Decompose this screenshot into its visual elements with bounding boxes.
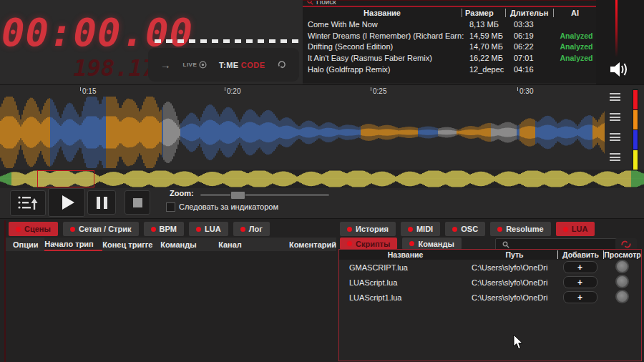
record-dot-icon: [70, 227, 75, 232]
record-dot-icon: [240, 227, 245, 232]
divider: [303, 0, 596, 1]
col-commands[interactable]: Команды: [160, 238, 218, 251]
col-trigger-end[interactable]: Конец тригге: [102, 238, 160, 251]
col-channel[interactable]: Канал: [218, 238, 276, 251]
track-size: 14,70 МБ: [467, 42, 509, 51]
add-script-button[interactable]: +: [563, 261, 597, 273]
table-row[interactable]: It Ain't Easy (Rasmus Faber Remix) 16,22…: [303, 52, 596, 64]
overview-waveform[interactable]: [0, 170, 644, 188]
tab-osc[interactable]: OSC: [445, 222, 485, 236]
view-script-radio[interactable]: [615, 290, 629, 303]
col-options[interactable]: Опции: [6, 238, 44, 251]
tab-bpm[interactable]: BPM: [144, 222, 184, 236]
track-name: It Ain't Easy (Rasmus Faber Remix): [303, 54, 467, 62]
table-row[interactable]: Drifting (Second Edition) 14,70 МБ 06:22…: [303, 41, 596, 53]
arrow-right-icon: →: [160, 59, 171, 71]
tab-resolume[interactable]: Resolume: [490, 222, 551, 236]
record-dot-icon: [409, 241, 414, 246]
track-name: Halo (Goldfrapp Remix): [303, 65, 467, 74]
record-dot-icon: [347, 227, 352, 232]
col-script-add[interactable]: Добавить: [557, 250, 603, 259]
lane-menu-icon[interactable]: [610, 153, 620, 161]
col-header-ai[interactable]: AI: [553, 9, 596, 17]
col-script-view[interactable]: Просмотр: [603, 250, 641, 259]
timeline-tick: 0:15: [80, 87, 96, 95]
cue-list-button[interactable]: [10, 190, 46, 216]
timeline-tick: 0:30: [517, 87, 533, 95]
app-window: 00:00.00 198.17 → LIVE T:MECODE: [0, 0, 644, 362]
playlist-search-bar[interactable]: Поиск: [303, 0, 596, 6]
record-dot-icon: [563, 227, 568, 232]
tab-log[interactable]: Лог: [233, 222, 270, 236]
mode-toolbar: → LIVE T:MECODE: [148, 48, 299, 82]
lane-yellow: [606, 151, 644, 170]
loop-button[interactable]: [277, 60, 287, 69]
lane-menu-icon[interactable]: [610, 133, 620, 141]
zoom-slider-thumb[interactable]: [230, 191, 245, 200]
table-row[interactable]: LUAScript1.lua C:\Users\slyfo\OneDri +: [339, 290, 641, 305]
next-mode-button[interactable]: →: [160, 59, 171, 71]
tab-scenes[interactable]: Сцены: [9, 222, 58, 236]
tab-midi[interactable]: MIDI: [401, 222, 440, 236]
subtab-scripts[interactable]: Скрипты: [340, 238, 397, 250]
live-record-icon: [199, 61, 207, 69]
record-dot-icon: [196, 227, 201, 232]
master-volume-strip: [596, 0, 644, 84]
track-size: 12_depec: [467, 65, 509, 74]
timecode-sub-display: 198.17: [42, 54, 156, 82]
col-header-size[interactable]: Размер: [462, 9, 505, 17]
table-row[interactable]: Winter Dreams (I Remember) (Richard Earn…: [303, 30, 596, 41]
add-script-button[interactable]: +: [563, 276, 597, 288]
track-ai-status: Analyzed: [557, 31, 596, 40]
tab-history[interactable]: История: [340, 222, 396, 236]
follow-indicator-checkbox[interactable]: [166, 202, 175, 212]
table-row[interactable]: GMASCRIPT.lua C:\Users\slyfo\OneDri +: [339, 260, 641, 275]
zoom-slider[interactable]: [200, 191, 329, 198]
track-size: 14,59 МБ: [467, 31, 509, 40]
tab-lua[interactable]: LUA: [189, 222, 228, 236]
col-script-name[interactable]: Название: [339, 250, 472, 259]
waveform-panel: 0:15 0:20 0:25 0:30: [0, 84, 644, 219]
lane-red: [606, 91, 644, 109]
pause-button[interactable]: [87, 190, 116, 215]
col-script-path[interactable]: Путь: [472, 250, 557, 259]
add-script-button[interactable]: +: [563, 291, 597, 303]
lane-color-orange: [633, 109, 638, 131]
track-name: Drifting (Second Edition): [303, 42, 467, 51]
refresh-icon: [620, 240, 632, 248]
lane-menu-icon[interactable]: [610, 93, 620, 101]
live-mode-button[interactable]: LIVE: [183, 61, 208, 69]
overview-selection-rect[interactable]: [37, 170, 94, 187]
lane-menu-icon[interactable]: [610, 113, 620, 121]
view-script-radio[interactable]: [615, 275, 629, 288]
col-header-duration[interactable]: Длительн: [505, 9, 553, 17]
clear-search-button[interactable]: [615, 238, 637, 250]
record-dot-icon: [16, 227, 21, 232]
lane-color-yellow: [633, 150, 638, 171]
scripts-table-header: Название Путь Добавить Просмотр: [339, 250, 641, 260]
timecode-mode-button[interactable]: T:MECODE: [219, 61, 265, 69]
mouse-cursor: [513, 335, 524, 350]
script-name: LUAScript.lua: [339, 278, 472, 287]
record-dot-icon: [408, 227, 413, 232]
lane-controls: [606, 88, 644, 170]
main-waveform[interactable]: [0, 95, 605, 170]
right-tab-bar: История MIDI OSC Resolume LUA: [340, 222, 597, 236]
col-comment[interactable]: Коментарий: [276, 238, 336, 251]
play-button[interactable]: [48, 188, 85, 217]
tab-lua-right[interactable]: LUA: [556, 222, 595, 236]
col-trigger-start[interactable]: Начало трип: [44, 238, 102, 251]
lane-color-blue: [633, 129, 638, 151]
view-script-radio[interactable]: [615, 260, 629, 273]
playlist-header-row: Название Размер Длительн AI: [303, 8, 596, 18]
col-header-name[interactable]: Название: [303, 9, 462, 17]
tab-setup-stream[interactable]: Сетап / Стрик: [63, 222, 139, 236]
cue-list-icon: [17, 195, 39, 212]
table-row[interactable]: Come With Me Now 8,13 МБ 03:33: [303, 19, 596, 30]
stop-button[interactable]: [125, 190, 150, 215]
table-row[interactable]: Halo (Goldfrapp Remix) 12_depec 04:16: [303, 64, 596, 75]
speaker-icon[interactable]: [609, 60, 630, 79]
subtab-commands[interactable]: Команды: [402, 238, 461, 250]
scripts-search-input[interactable]: [513, 240, 609, 250]
table-row[interactable]: LUAScript.lua C:\Users\slyfo\OneDri +: [339, 275, 641, 290]
